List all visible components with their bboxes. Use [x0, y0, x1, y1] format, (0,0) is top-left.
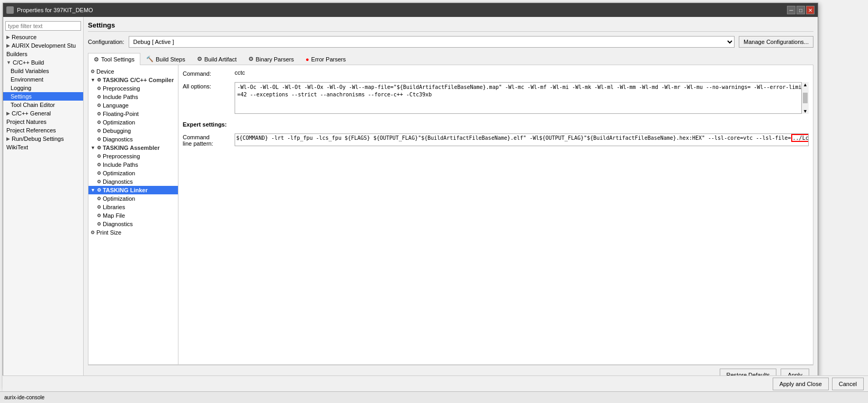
sidebar-item-label: Run/Debug Settings [12, 136, 64, 142]
tree-item-diagnostics-1[interactable]: ⚙ Diagnostics [88, 135, 178, 144]
tree-item-device[interactable]: ⚙ Device [88, 67, 178, 76]
sidebar-item-label: Tool Chain Editor [11, 102, 55, 108]
maximize-button[interactable]: □ [797, 6, 805, 14]
command-label: Command: [183, 69, 230, 77]
tab-error-parsers[interactable]: ● Error Parsers [300, 53, 352, 65]
tree-item-icon: ⚙ [97, 103, 101, 108]
sidebar-item-label: Resource [12, 34, 37, 40]
apply-and-close-button[interactable]: Apply and Close [773, 378, 829, 390]
tree-item-icon: ⚙ [97, 128, 101, 133]
tree-item-label: Include Paths [103, 94, 138, 100]
tree-item-optimization-3[interactable]: ⚙ Optimization [88, 194, 178, 203]
tree-expand-icon: ▼ [91, 77, 95, 83]
dialog-body: ▶ Resource ▶ AURIX Development Stu Build… [3, 17, 818, 389]
options-scrollbar[interactable]: ▲ ▼ [801, 82, 809, 114]
tab-build-steps[interactable]: 🔨 Build Steps [140, 53, 191, 65]
tree-item-preprocessing-2[interactable]: ⚙ Preprocessing [88, 152, 178, 160]
sidebar-item-environment[interactable]: Environment [3, 75, 83, 84]
minimize-button[interactable]: ─ [787, 6, 795, 14]
tree-item-label: Device [96, 68, 114, 75]
tree-item-map-file[interactable]: ⚙ Map File [88, 211, 178, 220]
tree-item-label: Debugging [103, 128, 131, 134]
tab-build-artifact[interactable]: ⚙ Build Artifact [191, 53, 243, 65]
title-bar: Properties for 397KIT_DEMO ─ □ ✕ [3, 3, 818, 17]
tree-item-label: TASKING Linker [103, 187, 148, 193]
tree-item-icon: ⚙ [97, 187, 101, 193]
tree-item-icon: ⚙ [97, 94, 101, 100]
cmd-pattern-input[interactable]: ${COMMAND} -lrt -lfp_fpu -lcs_fpu ${FLAG… [235, 133, 809, 146]
tree-item-label: Map File [103, 212, 125, 219]
title-bar-left: Properties for 397KIT_DEMO [6, 6, 93, 14]
sidebar-item-run-debug[interactable]: ▶ Run/Debug Settings [3, 135, 83, 143]
arrow-icon: ▶ [6, 43, 10, 48]
title-controls: ─ □ ✕ [787, 6, 815, 14]
tab-label: Build Steps [156, 56, 185, 62]
tree-item-optimization-2[interactable]: ⚙ Optimization [88, 169, 178, 177]
sidebar-item-resource[interactable]: ▶ Resource [3, 33, 83, 41]
tree-item-tasking-asm[interactable]: ▼ ⚙ TASKING Assembler [88, 144, 178, 152]
all-options-label: All options: [183, 82, 230, 89]
error-parsers-icon: ● [306, 56, 309, 62]
tab-label: Binary Parsers [256, 56, 294, 62]
sidebar: ▶ Resource ▶ AURIX Development Stu Build… [3, 17, 84, 389]
tree-item-tasking-linker[interactable]: ▼ ⚙ TASKING Linker [88, 186, 178, 194]
config-select[interactable]: Debug [ Active ] [129, 36, 735, 48]
tab-label: Build Artifact [204, 56, 237, 62]
scroll-up-btn[interactable]: ▲ [802, 82, 809, 87]
tree-item-diagnostics-2[interactable]: ⚙ Diagnostics [88, 177, 178, 186]
tree-item-label: Preprocessing [103, 153, 140, 159]
tree-item-tasking-cpp[interactable]: ▼ ⚙ TASKING C/C++ Compiler [88, 76, 178, 84]
tree-item-preprocessing-1[interactable]: ⚙ Preprocessing [88, 84, 178, 93]
tree-item-label: Include Paths [103, 162, 138, 168]
manage-configurations-button[interactable]: Manage Configurations... [739, 36, 813, 48]
tree-item-language[interactable]: ⚙ Language [88, 101, 178, 110]
sidebar-item-cpp-build[interactable]: ▼ C/C++ Build [3, 58, 83, 67]
tree-item-floating-point[interactable]: ⚙ Floating-Point [88, 110, 178, 118]
tree-item-icon: ⚙ [97, 204, 101, 210]
very-bottom-bar: Apply and Close Cancel [3, 375, 868, 391]
tree-item-label: TASKING C/C++ Compiler [103, 77, 174, 83]
tree-item-libraries[interactable]: ⚙ Libraries [88, 203, 178, 211]
tree-item-diagnostics-3[interactable]: ⚙ Diagnostics [88, 220, 178, 228]
tree-item-include-paths-2[interactable]: ⚙ Include Paths [88, 160, 178, 169]
tree-item-label: Language [103, 102, 129, 109]
tree-item-optimization-1[interactable]: ⚙ Optimization [88, 118, 178, 127]
filter-input[interactable] [5, 21, 81, 31]
tree-item-label: Libraries [103, 204, 125, 210]
sidebar-item-logging[interactable]: Logging [3, 84, 83, 92]
command-row: Command: cctc [183, 69, 809, 77]
sidebar-item-label: C/C++ Build [13, 59, 44, 66]
tree-item-icon: ⚙ [97, 196, 101, 201]
tree-panel: ⚙ Device ▼ ⚙ TASKING C/C++ Compiler ⚙ Pr… [88, 65, 178, 364]
config-label: Configuration: [88, 39, 124, 45]
sidebar-item-label: Logging [11, 85, 31, 91]
tree-item-debugging-1[interactable]: ⚙ Debugging [88, 127, 178, 135]
arrow-icon: ▶ [6, 136, 10, 141]
sidebar-item-builders[interactable]: Builders [3, 50, 83, 58]
tab-binary-parsers[interactable]: ⚙ Binary Parsers [243, 53, 300, 65]
expert-settings-label: Expert settings: [183, 121, 227, 128]
sidebar-item-settings[interactable]: Settings [3, 92, 83, 101]
sidebar-item-build-variables[interactable]: Build Variables [3, 67, 83, 75]
sidebar-item-label: Environment [11, 76, 43, 83]
close-button[interactable]: ✕ [806, 6, 815, 14]
tree-item-label: Diagnostics [103, 136, 133, 142]
sidebar-item-aurix[interactable]: ▶ AURIX Development Stu [3, 41, 83, 50]
tree-item-print-size[interactable]: ⚙ Print Size [88, 228, 178, 237]
cancel-button[interactable]: Cancel [832, 378, 864, 390]
sidebar-item-toolchain-editor[interactable]: Tool Chain Editor [3, 101, 83, 109]
window-title: Properties for 397KIT_DEMO [17, 7, 93, 13]
all-options-row: All options: -Wl-Oc -Wl-OL -Wl-Ot -Wl-Ox… [183, 82, 809, 114]
tree-item-include-paths-1[interactable]: ⚙ Include Paths [88, 93, 178, 101]
tree-item-icon: ⚙ [97, 120, 101, 125]
sidebar-item-cpp-general[interactable]: ▶ C/C++ General [3, 109, 83, 118]
sidebar-item-project-refs[interactable]: Project References [3, 126, 83, 135]
sidebar-item-label: AURIX Development Stu [12, 42, 76, 49]
tab-tool-settings[interactable]: ⚙ Tool Settings [88, 53, 140, 65]
console-bar: aurix-ide-console [0, 391, 868, 403]
config-row: Configuration: Debug [ Active ] Manage C… [88, 36, 813, 48]
scroll-down-btn[interactable]: ▼ [802, 109, 809, 114]
sidebar-item-wikitext[interactable]: WikiText [3, 143, 83, 151]
sidebar-item-project-natures[interactable]: Project Natures [3, 118, 83, 126]
arrow-icon: ▶ [6, 34, 10, 40]
